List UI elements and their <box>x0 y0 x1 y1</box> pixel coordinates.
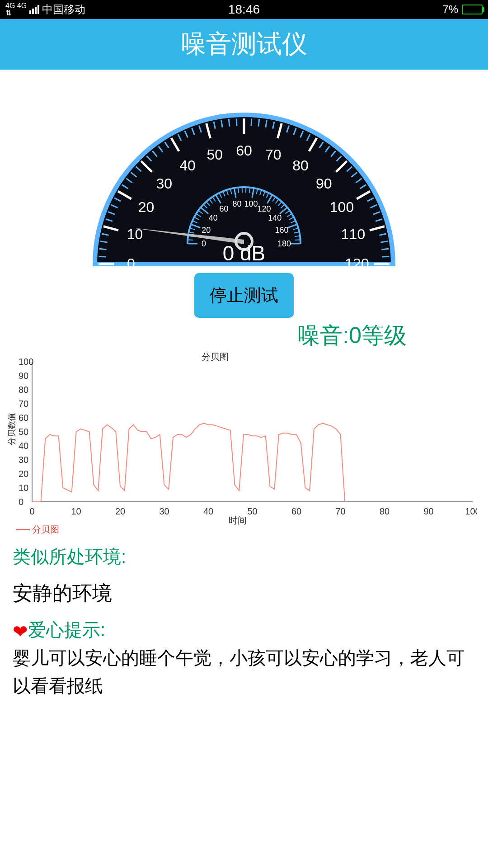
svg-text:30: 30 <box>156 175 172 192</box>
svg-text:100: 100 <box>244 199 258 208</box>
svg-text:60: 60 <box>236 142 252 159</box>
svg-text:60: 60 <box>291 506 301 516</box>
tip-text: 婴儿可以安心的睡个午觉，小孩可以安心的学习，老人可以看看报纸 <box>13 644 475 700</box>
svg-line-29 <box>236 118 237 126</box>
svg-line-1 <box>99 256 106 257</box>
svg-text:90: 90 <box>316 175 332 192</box>
svg-text:80: 80 <box>292 157 309 174</box>
stop-test-button[interactable]: 停止测试 <box>194 273 294 318</box>
svg-text:50: 50 <box>19 427 28 437</box>
svg-text:10: 10 <box>19 483 28 493</box>
decibel-chart: 分贝图0102030405060708090100010203040506070… <box>7 353 477 533</box>
battery-icon <box>462 5 483 14</box>
svg-text:100: 100 <box>19 357 33 367</box>
noise-level-label: 噪音:0等级 <box>0 321 488 351</box>
svg-text:120: 120 <box>345 255 369 269</box>
tip-label: 爱心提示: <box>28 620 105 640</box>
svg-text:20: 20 <box>202 226 211 235</box>
svg-text:80: 80 <box>233 199 242 208</box>
svg-text:10: 10 <box>71 506 81 516</box>
svg-text:10: 10 <box>127 226 143 242</box>
svg-text:0: 0 <box>29 506 34 516</box>
decibel-gauge: 0102030405060708090100110120020406080100… <box>86 74 402 269</box>
svg-text:0: 0 <box>127 255 135 269</box>
svg-text:40: 40 <box>209 213 218 222</box>
svg-text:120: 120 <box>257 204 271 213</box>
svg-text:140: 140 <box>268 213 282 222</box>
svg-text:50: 50 <box>247 506 257 516</box>
svg-line-28 <box>229 119 230 127</box>
svg-line-2 <box>99 249 107 250</box>
svg-text:60: 60 <box>19 413 28 423</box>
battery-pct: 7% <box>442 3 458 16</box>
svg-text:0 dB: 0 dB <box>223 241 266 265</box>
svg-text:20: 20 <box>19 469 28 479</box>
svg-text:50: 50 <box>206 146 223 163</box>
svg-text:20: 20 <box>138 199 155 215</box>
svg-line-75 <box>188 240 193 240</box>
svg-line-58 <box>381 249 389 250</box>
svg-line-59 <box>382 256 389 257</box>
svg-line-98 <box>249 189 250 193</box>
svg-text:40: 40 <box>203 506 213 516</box>
network-icon: 4G 4G⇅ <box>5 2 27 17</box>
environment-label: 类似所处环境: <box>13 542 475 571</box>
app-title: 噪音测试仪 <box>0 19 488 70</box>
svg-text:110: 110 <box>341 226 365 242</box>
svg-text:160: 160 <box>275 226 289 235</box>
heart-icon: ❤ <box>13 618 28 646</box>
svg-text:分贝图: 分贝图 <box>32 524 59 533</box>
svg-text:分贝图: 分贝图 <box>202 353 229 362</box>
svg-text:90: 90 <box>19 371 28 381</box>
svg-text:0: 0 <box>202 239 206 248</box>
svg-text:40: 40 <box>19 441 28 451</box>
environment-value: 安静的环境 <box>13 578 475 609</box>
svg-text:100: 100 <box>330 199 354 215</box>
status-bar: 4G 4G⇅ 中国移动 18:46 7% <box>0 0 488 19</box>
svg-text:60: 60 <box>219 204 228 213</box>
svg-line-95 <box>238 189 239 193</box>
signal-icon <box>29 5 39 14</box>
svg-line-31 <box>251 118 252 126</box>
svg-text:70: 70 <box>265 146 282 163</box>
svg-text:180: 180 <box>277 239 291 248</box>
svg-text:100: 100 <box>465 506 477 516</box>
svg-text:40: 40 <box>179 157 196 174</box>
carrier-label: 中国移动 <box>42 2 85 17</box>
svg-line-118 <box>295 240 300 240</box>
svg-text:80: 80 <box>19 385 28 395</box>
svg-text:20: 20 <box>115 506 125 516</box>
svg-text:80: 80 <box>380 506 389 516</box>
clock: 18:46 <box>164 2 324 17</box>
svg-text:70: 70 <box>335 506 345 516</box>
svg-text:分贝数值: 分贝数值 <box>7 413 16 445</box>
svg-text:0: 0 <box>19 497 23 507</box>
svg-text:时间: 时间 <box>229 515 247 525</box>
scroll-content[interactable]: 0102030405060708090100110120020406080100… <box>0 70 488 868</box>
svg-text:90: 90 <box>423 506 433 516</box>
svg-text:70: 70 <box>19 399 28 409</box>
svg-text:30: 30 <box>159 506 169 516</box>
environment-section: 类似所处环境: 安静的环境 ❤爱心提示: 婴儿可以安心的睡个午觉，小孩可以安心的… <box>0 535 488 700</box>
svg-text:30: 30 <box>19 455 28 465</box>
svg-line-117 <box>295 236 299 236</box>
svg-line-32 <box>258 119 259 127</box>
